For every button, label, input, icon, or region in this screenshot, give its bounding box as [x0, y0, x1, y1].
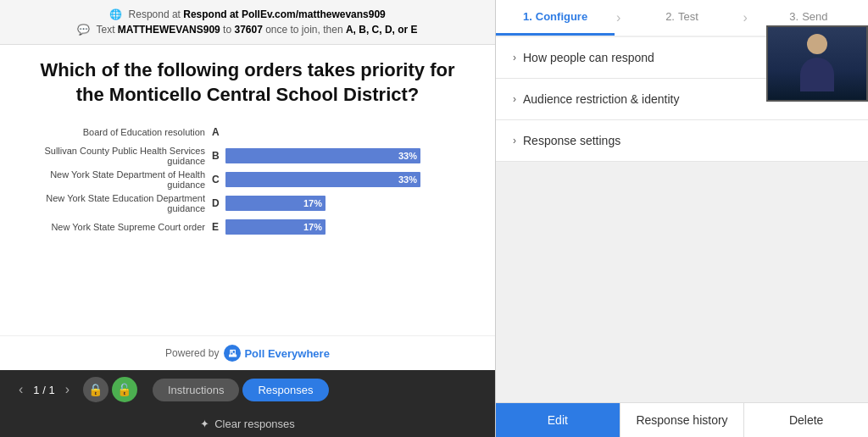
accordion-response-settings: › Response settings [496, 120, 868, 162]
chart-row-letter: B [212, 150, 225, 162]
chart-bar: 33% [225, 172, 420, 187]
chart-bar-container: 33% [225, 172, 461, 187]
accordion-how-people-label: How people can respond [523, 51, 654, 64]
step-arrow-1: › [615, 0, 622, 36]
page-total: 1 [48, 384, 54, 396]
chart-bar-container: 17% [225, 219, 461, 235]
poll-footer: Powered by 🗳 Poll Everywhere [0, 335, 495, 370]
chart-row-letter: D [212, 197, 225, 209]
poll-options-letters: A, B, C, D, or E [346, 24, 418, 36]
poll-url: Respond at PollEv.com/matthewevans909 [183, 8, 386, 20]
lock-closed-button[interactable]: 🔒 [83, 377, 108, 402]
poll-everywhere-logo: 🗳 Poll Everywhere [224, 345, 329, 362]
accordion-response-settings-label: Response settings [523, 134, 620, 147]
powered-by-text: Powered by [165, 347, 219, 359]
person-head [807, 34, 827, 54]
view-toggle-buttons: Instructions Responses [153, 379, 329, 401]
chart-row: Board of Education resolutionA [34, 124, 461, 141]
instructions-button[interactable]: Instructions [153, 379, 239, 401]
chart-bar: 17% [225, 219, 326, 235]
chart-bar-container: 33% [225, 148, 461, 163]
text-line: 💬 Text MATTHEWEVANS909 to 37607 once to … [17, 24, 478, 36]
step2-label: Test [678, 10, 698, 23]
chart-pct-label: 33% [398, 151, 417, 161]
responses-button[interactable]: Responses [242, 379, 328, 401]
poll-text-code: MATTHEWEVANS909 [118, 24, 220, 36]
accordion-audience-label: Audience restriction & identity [523, 92, 679, 106]
person-figure [796, 34, 838, 93]
poll-question: Which of the following orders takes prio… [25, 58, 470, 107]
chart-pct-label: 17% [303, 222, 322, 232]
chart-bar: 17% [225, 196, 326, 211]
accordion-response-settings-header[interactable]: › Response settings [496, 120, 868, 161]
step1-label: Configure [536, 10, 587, 23]
chart-pct-label: 17% [303, 198, 322, 208]
bottom-actions: Edit Response history Delete [496, 402, 868, 437]
chart-row: Sullivan County Public Health Services g… [34, 147, 461, 164]
chart-row-letter: E [212, 221, 225, 233]
chart-bar [225, 124, 229, 140]
chevron-icon-3: › [513, 135, 516, 147]
step2-number: 2. [665, 10, 675, 23]
toolbar-second-row: ✦ Clear responses [14, 412, 481, 430]
chart-row: New York State Education Department guid… [34, 195, 461, 212]
poll-header: 🌐 Respond at Respond at PollEv.com/matth… [0, 0, 495, 45]
step-test-tab[interactable]: 2. Test [622, 0, 741, 36]
toolbar-main-row: ‹ 1 / 1 › 🔒 🔓 Instructions Responses [14, 377, 329, 402]
video-person [768, 27, 866, 100]
chart-bar-container: 17% [225, 196, 461, 211]
chart-row-label: Board of Education resolution [34, 127, 212, 137]
chevron-icon-2: › [513, 93, 516, 105]
brand-name: Poll Everywhere [244, 347, 329, 360]
globe-icon: 🌐 [109, 8, 122, 20]
step3-number: 3. [789, 10, 798, 23]
clear-responses-button[interactable]: ✦ Clear responses [14, 414, 481, 430]
chart-bar-container [225, 124, 461, 140]
chart-area: Board of Education resolutionASullivan C… [25, 124, 470, 235]
lock-open-button[interactable]: 🔓 [112, 377, 137, 402]
delete-button[interactable]: Delete [744, 403, 868, 437]
nav-controls: ‹ 1 / 1 › [14, 380, 75, 399]
chart-row-label: Sullivan County Public Health Services g… [34, 146, 212, 166]
clear-label: Clear responses [214, 418, 295, 430]
response-history-button[interactable]: Response history [620, 403, 745, 437]
poll-panel: 🌐 Respond at Respond at PollEv.com/matth… [0, 0, 496, 437]
chart-row-label: New York State Education Department guid… [34, 193, 212, 213]
bottom-toolbar: ‹ 1 / 1 › 🔒 🔓 Instructions Responses ✦ [0, 370, 495, 437]
next-button[interactable]: › [60, 380, 75, 399]
respond-url-line: 🌐 Respond at Respond at PollEv.com/matth… [17, 8, 478, 20]
step3-label: Send [802, 10, 827, 23]
video-thumbnail [766, 25, 868, 102]
prev-button[interactable]: ‹ [14, 380, 28, 399]
step1-number: 1. [523, 10, 532, 23]
clear-icon: ✦ [200, 418, 209, 430]
chart-row-letter: A [212, 126, 225, 138]
chevron-icon: › [513, 52, 516, 64]
chart-pct-label: 33% [398, 174, 417, 185]
chart-bar: 33% [225, 148, 420, 163]
chart-row-letter: C [212, 174, 225, 185]
chart-row-label: New York State Supreme Court order [34, 222, 212, 232]
chart-row: New York State Supreme Court orderE17% [34, 218, 461, 235]
message-icon: 💬 [77, 24, 90, 36]
edit-button[interactable]: Edit [496, 403, 620, 437]
lock-icons: 🔒 🔓 [83, 377, 137, 402]
right-panel: 1. Configure › 2. Test › 3. Send › How p… [496, 0, 868, 437]
pe-logo-icon: 🗳 [224, 345, 241, 362]
chart-row-label: New York State Department of Health guid… [34, 169, 212, 190]
chart-row: New York State Department of Health guid… [34, 171, 461, 188]
step-arrow-2: › [742, 0, 749, 36]
page-current: 1 [33, 384, 39, 396]
poll-text-number: 37607 [234, 24, 262, 36]
step-configure-tab[interactable]: 1. Configure [496, 0, 615, 36]
person-body [800, 58, 834, 91]
page-indicator: 1 / 1 [33, 384, 54, 396]
poll-question-area: Which of the following orders takes prio… [0, 45, 495, 335]
